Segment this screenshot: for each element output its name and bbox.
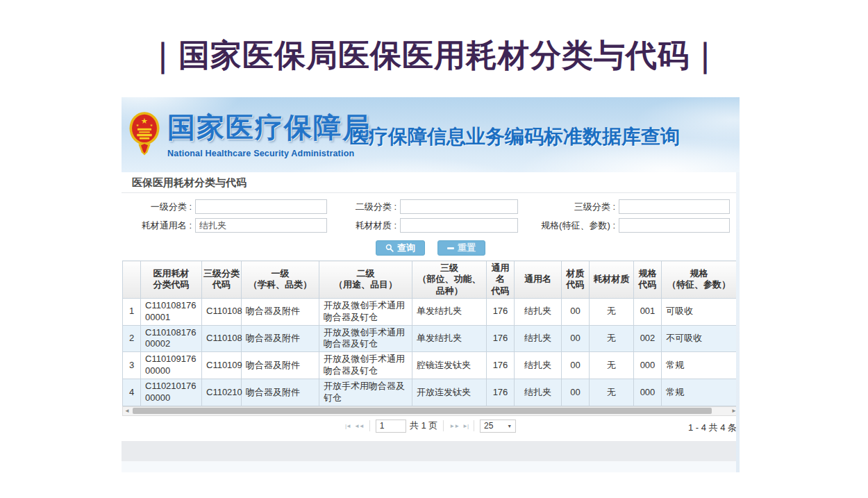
col-header-common-name-code: 通用名 代码 [487,261,515,299]
page-title: ｜国家医保局医保医用耗材分类与代码｜ [0,35,868,76]
filter-level3-label: 三级分类 : [532,201,619,213]
cell-level1: 吻合器及附件 [242,298,319,325]
page-size-value: 25 [484,421,493,431]
filter-spec-input[interactable] [619,218,730,233]
horizontal-scrollbar[interactable]: ◄ ► [122,406,739,416]
cell-rownum: 3 [123,352,141,379]
cell-material: 无 [590,379,634,406]
cell-material-code: 00 [562,325,590,352]
query-form: 一级分类 : 二级分类 : 三级分类 : 耗材通用名 : 耗 [122,193,740,238]
filter-common-name-input[interactable] [195,218,327,233]
cell-rownum: 2 [123,325,141,352]
cell-spec: 不可吸收 [662,325,737,352]
reset-button[interactable]: 重置 [437,240,485,256]
cell-level3: 单发结扎夹 [412,298,487,325]
cell-spec-code: 000 [634,379,662,406]
cell-level2: 开放及微创手术通用吻合器及钉仓 [319,325,412,352]
cell-level3-code: C110109 [202,352,242,379]
cell-material: 无 [590,352,634,379]
cell-material-code: 00 [562,352,590,379]
pager-next-icon[interactable]: ►► [449,423,459,429]
cell-level3-code: C110108 [202,298,242,325]
filter-material-input[interactable] [400,218,518,233]
filter-common-name-label: 耗材通用名 : [131,219,195,232]
cell-spec-code: 002 [634,325,662,352]
cell-material: 无 [590,325,634,352]
section-title: 医保医用耗材分类与代码 [122,172,740,193]
cell-level3-code: C110210 [202,379,242,406]
col-header-common-name: 通用名 [515,261,562,299]
cell-material-code: 00 [562,379,590,406]
table-header-row: 医用耗材 分类代码 三级分类 代码 一级 （学科、品类） 二级 （用途、品目） … [123,261,737,299]
table-row[interactable]: 4 C11021017600000 C110210 吻合器及附件 开放手术用吻合… [123,379,737,406]
cell-common-name: 结扎夹 [515,352,562,379]
cell-consumable-code: C11021017600000 [141,379,202,406]
cell-rownum: 1 [123,298,141,325]
cell-common-name-code: 176 [487,298,515,325]
pager-divider [443,420,444,431]
col-header-material: 耗材材质 [590,261,634,299]
table-row[interactable]: 3 C11010917600000 C110109 吻合器及附件 开放及微创手术… [123,352,737,379]
svg-text:★: ★ [150,123,153,127]
cell-level2: 开放手术用吻合器及钉仓 [319,379,412,406]
records-summary: 1 - 4 共 4 条 [688,422,737,434]
pager-last-icon[interactable]: ►| [462,423,468,429]
cell-level3-code: C110108 [202,325,242,352]
pager-divider [369,420,370,431]
national-emblem-icon: ★ ★ ★ [128,110,160,156]
cell-level1: 吻合器及附件 [242,325,319,352]
magnifier-icon [385,244,394,252]
scroll-right-icon[interactable]: ► [730,407,738,415]
page-size-select[interactable]: 25 ▼ [480,420,516,433]
table-row[interactable]: 1 C11010817600001 C110108 吻合器及附件 开放及微创手术… [123,298,737,325]
query-button-label: 查询 [397,242,415,254]
cell-common-name: 结扎夹 [515,325,562,352]
col-header-consumable-code: 医用耗材 分类代码 [141,261,202,299]
cell-common-name-code: 176 [487,352,515,379]
cell-level3: 单发结扎夹 [412,325,487,352]
filter-level1-label: 一级分类 : [131,201,195,213]
cell-level2: 开放及微创手术通用吻合器及钉仓 [319,352,412,379]
agency-name-cn: 国家医疗保障局 [167,108,372,147]
pager-prev-icon[interactable]: ◄◄ [354,423,364,429]
col-header-level2: 二级 （用途、品目） [319,261,412,299]
h-scrollbar-thumb[interactable] [133,408,712,414]
page-number-input[interactable] [376,420,406,433]
app-container: ★ ★ ★ 国家医疗保障局 National Healthcare Securi… [122,97,740,472]
cell-material-code: 00 [562,298,590,325]
form-actions: 查询 重置 [122,238,740,260]
minus-icon [447,247,454,249]
footer-spacer [122,461,740,472]
filter-spec-label: 规格(特征、参数) : [532,219,619,232]
filter-level2-input[interactable] [400,199,518,214]
col-header-level3-code: 三级分类 代码 [202,261,242,299]
reset-button-label: 重置 [458,242,476,254]
scroll-left-icon[interactable]: ◄ [123,407,131,415]
query-button[interactable]: 查询 [376,240,425,256]
site-banner: ★ ★ ★ 国家医疗保障局 National Healthcare Securi… [122,97,740,172]
pager-first-icon[interactable]: |◄ [345,423,351,429]
cell-spec: 常规 [662,379,737,406]
col-header-level1: 一级 （学科、品类） [242,261,319,299]
cell-common-name-code: 176 [487,379,515,406]
filter-level2-label: 二级分类 : [341,201,400,213]
cell-consumable-code: C11010817600001 [141,298,202,325]
col-header-spec: 规格 （特征、参数） [662,261,737,299]
cell-spec-code: 001 [634,298,662,325]
cell-material: 无 [590,298,634,325]
cell-consumable-code: C11010917600000 [141,352,202,379]
cell-consumable-code: C11010817600002 [141,325,202,352]
col-header-level3: 三级 （部位、功能、品种） [412,261,487,299]
filter-level1-input[interactable] [195,199,327,214]
chevron-down-icon: ▼ [507,424,512,429]
table-row[interactable]: 2 C11010817600002 C110108 吻合器及附件 开放及微创手术… [123,325,737,352]
cell-spec-code: 000 [634,352,662,379]
cell-level2: 开放及微创手术通用吻合器及钉仓 [319,298,412,325]
svg-text:★: ★ [136,123,140,127]
results-table: 医用耗材 分类代码 三级分类 代码 一级 （学科、品类） 二级 （用途、品目） … [122,260,737,406]
filter-level3-input[interactable] [619,199,730,214]
cell-common-name: 结扎夹 [515,298,562,325]
cell-level3: 开放连发钛夹 [412,379,487,406]
banner-app-title: 医疗保障信息业务编码标准数据库查询 [349,124,680,150]
col-header-rownum [123,261,141,299]
